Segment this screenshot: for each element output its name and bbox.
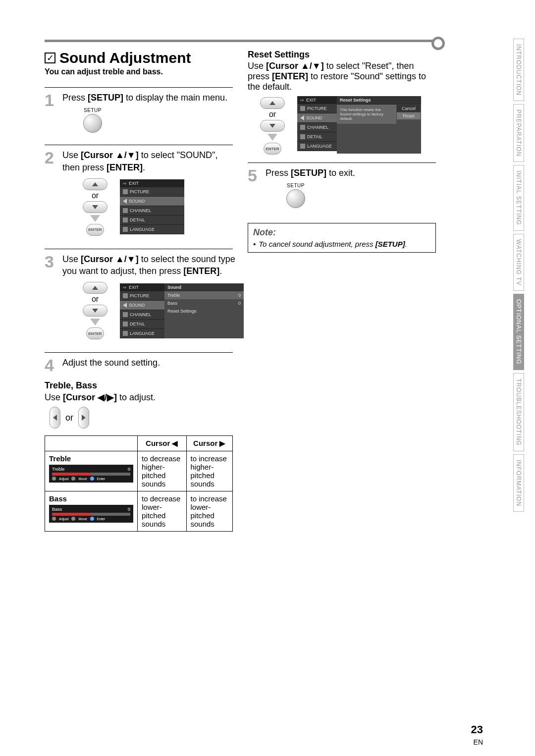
tab-information[interactable]: INFORMATION bbox=[513, 454, 524, 512]
adjust-table: Cursor ◀ Cursor ▶ Treble Treble0 Adjust … bbox=[45, 435, 233, 532]
reset-panel-title: Reset Settings bbox=[337, 96, 421, 105]
step-1: 1 Press [SETUP] to display the main menu… bbox=[45, 92, 233, 140]
tab-watching-tv[interactable]: WATCHING TV bbox=[513, 234, 524, 291]
page-title: Sound Adjustment bbox=[59, 50, 191, 66]
menu-picture: PICTURE bbox=[297, 104, 337, 113]
step-1-text: Press [SETUP] to display the main menu. bbox=[62, 92, 233, 104]
reset-heading: Reset Settings bbox=[248, 50, 436, 60]
step-5-text: Press [SETUP] to exit. bbox=[266, 167, 436, 179]
menu-language: LANGUAGE bbox=[297, 142, 337, 151]
arrow-down-icon bbox=[268, 134, 277, 141]
setup-button-figure: SETUP bbox=[283, 183, 308, 208]
menu-sound: SOUND bbox=[297, 113, 337, 123]
step-3-figure: or ENTER ⇨ EXIT PICTURE SOUND CHANNEL DE… bbox=[80, 281, 244, 340]
cursor-left-icon bbox=[50, 407, 60, 429]
note-item: To cancel sound adjustment, press [SETUP… bbox=[253, 240, 430, 248]
step-4: 4 Adjust the sound setting. bbox=[45, 357, 233, 374]
bass-slider: Bass0 Adjust Move Enter bbox=[49, 505, 133, 523]
page-content: ✓ Sound Adjustment You can adjust treble… bbox=[45, 50, 436, 532]
cursor-right-icon bbox=[78, 407, 89, 429]
step-number: 2 bbox=[45, 149, 57, 244]
top-rule bbox=[45, 40, 436, 42]
tab-introduction[interactable]: INTRODUCTION bbox=[513, 39, 524, 101]
enter-button-icon: ENTER bbox=[86, 327, 104, 339]
reset-option: Reset bbox=[397, 112, 421, 119]
speaker-icon bbox=[123, 303, 127, 308]
tab-initial-setting[interactable]: INITIAL SETTING bbox=[513, 165, 524, 231]
cursor-buttons: or ENTER bbox=[258, 96, 287, 156]
side-tabs: INTRODUCTION PREPARATION INITIAL SETTING… bbox=[513, 39, 524, 512]
arrow-down-icon bbox=[90, 215, 100, 222]
left-column: ✓ Sound Adjustment You can adjust treble… bbox=[45, 50, 233, 532]
menu-channel: CHANNEL bbox=[120, 206, 184, 216]
step-divider bbox=[45, 87, 233, 88]
cursor-buttons: or ENTER bbox=[80, 177, 110, 237]
step-2-text: Use [Cursor ▲/▼] to select "SOUND", then… bbox=[62, 149, 233, 173]
tab-troubleshooting[interactable]: TROUBLESHOOTING bbox=[513, 373, 524, 451]
osd-menu: ⇨ EXIT PICTURE SOUND CHANNEL DETAIL LANG… bbox=[120, 179, 184, 234]
menu-picture: PICTURE bbox=[120, 291, 164, 301]
cursor-up-icon bbox=[83, 282, 107, 294]
menu-sound: SOUND bbox=[120, 197, 184, 206]
sound-panel-title: Sound bbox=[164, 283, 244, 291]
menu-detail: DETAIL bbox=[297, 132, 337, 142]
col-cursor-right: Cursor ▶ bbox=[186, 436, 233, 451]
or-label: or bbox=[258, 110, 287, 119]
step-number: 1 bbox=[45, 92, 57, 140]
or-label: or bbox=[80, 191, 110, 200]
treble-bass-instruction: Use [Cursor ◀/▶] to adjust. bbox=[45, 392, 233, 403]
tab-preparation[interactable]: PREPARATION bbox=[513, 104, 524, 162]
treble-increase: to increase higher-pitched sounds bbox=[186, 451, 233, 491]
table-row: Treble Treble0 Adjust Move Enter to decr bbox=[45, 451, 233, 491]
osd-sound-menu: ⇨ EXIT PICTURE SOUND CHANNEL DETAIL LANG… bbox=[120, 283, 244, 338]
treble-bass-heading: Treble, Bass bbox=[45, 380, 233, 391]
sound-bass-row: Bass0 bbox=[164, 299, 244, 307]
step-2: 2 Use [Cursor ▲/▼] to select "SOUND", th… bbox=[45, 149, 233, 244]
reset-figure: or ENTER ⇨ EXIT PICTURE SOUND CHANNEL DE… bbox=[258, 96, 436, 156]
step-number: 3 bbox=[45, 253, 57, 348]
row-label: Treble bbox=[49, 454, 71, 463]
title-row: ✓ Sound Adjustment bbox=[45, 50, 233, 66]
setup-button-icon bbox=[286, 189, 305, 208]
menu-detail: DETAIL bbox=[120, 216, 184, 225]
tab-optional-setting[interactable]: OPTIONAL SETTING bbox=[513, 294, 524, 370]
step-number: 4 bbox=[45, 357, 57, 374]
menu-picture: PICTURE bbox=[120, 187, 184, 197]
setup-button-icon bbox=[83, 114, 102, 133]
right-column: Reset Settings Use [Cursor ▲/▼] to selec… bbox=[248, 50, 436, 532]
step-divider bbox=[45, 352, 233, 353]
step-divider bbox=[45, 145, 233, 145]
table-row: Bass Bass0 Adjust Move Enter to decrease bbox=[45, 491, 233, 532]
step-3-text: Use [Cursor ▲/▼] to select the sound typ… bbox=[62, 253, 244, 277]
check-icon: ✓ bbox=[45, 53, 55, 63]
menu-exit: ⇨ EXIT bbox=[120, 283, 164, 291]
enter-button-icon: ENTER bbox=[86, 224, 104, 236]
lr-cursor-figure: or bbox=[50, 407, 233, 429]
step-divider bbox=[248, 162, 436, 163]
step-number: 5 bbox=[248, 167, 261, 215]
cursor-down-icon bbox=[83, 305, 107, 317]
cancel-option: Cancel bbox=[397, 105, 421, 112]
reset-panel-buttons: Cancel Reset bbox=[396, 105, 421, 124]
reset-panel-message: This function resets the Sound settings … bbox=[337, 105, 396, 124]
menu-detail: DETAIL bbox=[120, 320, 164, 329]
setup-button-figure: SETUP bbox=[80, 108, 105, 133]
subtitle: You can adjust treble and bass. bbox=[45, 67, 233, 76]
bass-increase: to increase lower-pitched sounds bbox=[186, 491, 233, 532]
speaker-icon bbox=[123, 199, 127, 204]
osd-reset-menu: ⇨ EXIT PICTURE SOUND CHANNEL DETAIL LANG… bbox=[297, 96, 421, 154]
step-5: 5 Press [SETUP] to exit. SETUP bbox=[248, 167, 436, 215]
menu-sound: SOUND bbox=[120, 301, 164, 310]
treble-decrease: to decrease higher-pitched sounds bbox=[138, 451, 187, 491]
page-number: 23 bbox=[471, 723, 483, 736]
cursor-buttons: or ENTER bbox=[80, 281, 110, 340]
menu-exit: ⇨ EXIT bbox=[297, 96, 337, 104]
step-3: 3 Use [Cursor ▲/▼] to select the sound t… bbox=[45, 253, 233, 348]
speaker-icon bbox=[300, 115, 304, 120]
or-label: or bbox=[65, 413, 73, 423]
menu-channel: CHANNEL bbox=[120, 310, 164, 320]
arrow-down-icon bbox=[90, 319, 100, 325]
menu-channel: CHANNEL bbox=[297, 123, 337, 132]
enter-button-icon: ENTER bbox=[264, 143, 281, 155]
note-box: Note: To cancel sound adjustment, press … bbox=[248, 223, 436, 253]
